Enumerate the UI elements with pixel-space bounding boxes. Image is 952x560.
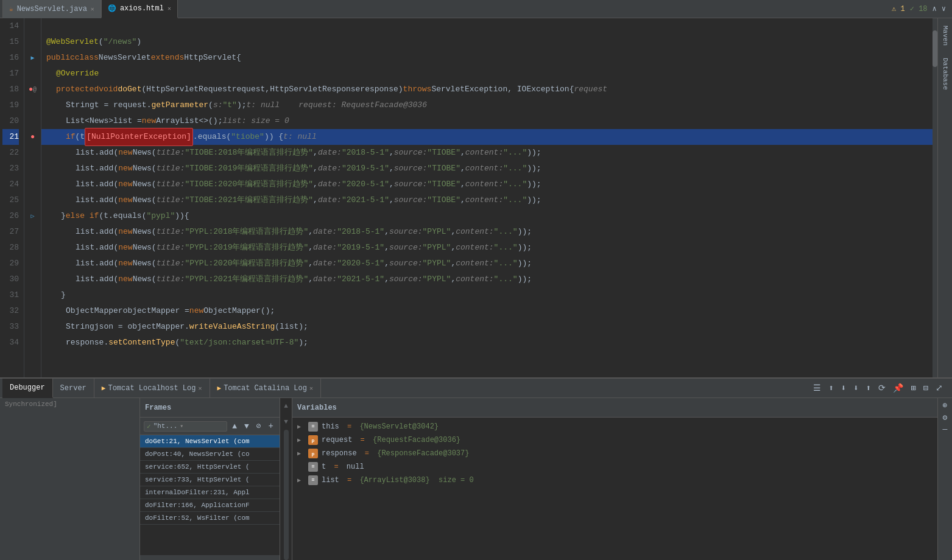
frame-item-3[interactable]: service:733, HttpServlet ( xyxy=(140,474,280,486)
line-num-24: 24 xyxy=(2,177,19,192)
var-list-type: ≡ xyxy=(308,475,318,485)
tab-tomcat-localhost-close[interactable]: ✕ xyxy=(198,385,202,392)
tab-java-close[interactable]: ✕ xyxy=(91,5,94,13)
scroll-up-btn[interactable]: ▲ xyxy=(284,398,288,414)
panel-separator: ▲ ▼ xyxy=(280,398,292,560)
var-this-type: ≡ xyxy=(308,422,318,432)
line-num-17: 17 xyxy=(2,66,19,82)
tab-tomcat-localhost[interactable]: ▶ Tomcat Localhost Log ✕ xyxy=(94,379,210,398)
annotation-17: @Override xyxy=(56,66,99,82)
debug-panel: Debugger Server ▶ Tomcat Localhost Log ✕… xyxy=(0,377,952,560)
var-request-type: p xyxy=(308,435,318,445)
line-num-34: 34 xyxy=(2,335,19,351)
debug-right-btn1[interactable]: ⊕ xyxy=(943,401,948,410)
frame-filter[interactable]: ✓ "ht... ▾ xyxy=(144,421,227,432)
code-line-24: list.add(new News( title: "TIOBE:2020年编程… xyxy=(41,177,933,192)
frame-item-5[interactable]: doFilter:166, ApplicationF xyxy=(140,499,280,512)
debug-btn-grid[interactable]: ⊟ xyxy=(922,382,930,394)
debug-btn-download[interactable]: ⬇ xyxy=(852,382,860,394)
frame-filter-btn[interactable]: ⊘ xyxy=(254,420,264,432)
scrollbar-thumb[interactable] xyxy=(933,30,937,67)
var-list-expand[interactable]: ▶ xyxy=(297,477,305,484)
editor-scrollbar[interactable] xyxy=(933,18,937,377)
frame-item-0[interactable]: doGet:21, NewsServlet (com xyxy=(140,435,280,448)
database-tab[interactable]: Database xyxy=(942,53,949,95)
tab-bar: ☕ NewsServlet.java ✕ 🌐 axios.html ✕ ⚠ 1 … xyxy=(0,0,952,18)
var-request-expand[interactable]: ▶ xyxy=(297,436,305,444)
gutter-31 xyxy=(24,287,41,303)
var-this[interactable]: ▶ ≡ this = {NewsServlet@3042} xyxy=(292,420,937,433)
gutter-28 xyxy=(24,240,41,256)
frame-item-6[interactable]: doFilter:52, WsFilter (com xyxy=(140,512,280,525)
line-num-29: 29 xyxy=(2,256,19,271)
var-list[interactable]: ▶ ≡ list = {ArrayList@3038} size = 0 xyxy=(292,474,937,487)
var-response[interactable]: ▶ p response = {ResponseFacade@3037} xyxy=(292,447,937,460)
scroll-down-btn[interactable]: ▼ xyxy=(284,414,288,430)
debug-btn-menu[interactable]: ☰ xyxy=(811,382,823,394)
tab-server[interactable]: Server xyxy=(53,379,94,398)
debug-btn-refresh[interactable]: ⟳ xyxy=(876,382,887,394)
debug-right-btn3[interactable]: — xyxy=(943,425,948,434)
debug-right-btn2[interactable]: ⚙ xyxy=(943,413,948,422)
editor-container: 14 15 16 17 18 19 20 21 22 23 24 25 26 2… xyxy=(0,18,952,377)
tab-java[interactable]: ☕ NewsServlet.java ✕ xyxy=(2,0,101,18)
debug-btn-expand[interactable]: ⤢ xyxy=(934,382,945,394)
tab-tomcat-catalina[interactable]: ▶ Tomcat Catalina Log ✕ xyxy=(210,379,321,398)
gutter-breakpoint-16[interactable]: ▶ xyxy=(30,54,34,61)
tab-html-close[interactable]: ✕ xyxy=(167,5,171,12)
gutter-19 xyxy=(24,97,41,113)
frame-filter-text: "ht... xyxy=(153,422,178,430)
frame-item-2[interactable]: service:652, HttpServlet ( xyxy=(140,461,280,474)
code-line-33: String json = objectMapper. writeValueAs… xyxy=(41,319,933,335)
kw-protected: protected xyxy=(56,82,99,97)
code-line-19: String t = request. getParameter ( s: "t… xyxy=(41,97,933,113)
code-line-21: if (t [NullPointerException] .equals( "t… xyxy=(41,129,933,145)
line-num-33: 33 xyxy=(2,319,19,335)
frames-panel: Frames ✓ "ht... ▾ ▲ ▼ ⊘ + doGet:21, News… xyxy=(140,398,280,560)
maven-tab[interactable]: Maven xyxy=(942,21,949,51)
var-list-eq: = xyxy=(343,476,356,485)
frames-hscroll[interactable] xyxy=(140,555,280,560)
frame-dropdown[interactable]: ▾ xyxy=(180,422,183,430)
tab-tomcat-catalina-close[interactable]: ✕ xyxy=(309,385,313,392)
frame-item-4[interactable]: internalDoFilter:231, Appl xyxy=(140,486,280,499)
frame-up-btn[interactable]: ▲ xyxy=(230,421,239,432)
tab-java-label: NewsServlet.java xyxy=(17,5,87,13)
var-t-eq: = xyxy=(330,463,343,471)
var-response-eq: = xyxy=(361,449,374,458)
frames-vscroll[interactable] xyxy=(284,430,289,560)
debug-btn-down[interactable]: ⬇ xyxy=(839,382,848,394)
frame-add-btn[interactable]: + xyxy=(266,421,276,431)
frame-item-1[interactable]: doPost:40, NewsServlet (co xyxy=(140,448,280,461)
var-request[interactable]: ▶ p request = {RequestFacade@3036} xyxy=(292,433,937,447)
gutter-20 xyxy=(24,113,41,129)
var-this-eq: = xyxy=(343,422,356,431)
code-line-22: list.add(new News( title: "TIOBE:2018年编程… xyxy=(41,145,933,161)
frame-down-btn[interactable]: ▼ xyxy=(242,421,252,432)
gutter-breakpoint-21[interactable]: ● xyxy=(30,133,35,141)
gutter-30 xyxy=(24,271,41,287)
var-t[interactable]: ≡ t = null xyxy=(292,460,937,474)
tab-debugger[interactable]: Debugger xyxy=(2,379,53,398)
frames-header: Frames xyxy=(140,398,280,418)
debug-btn-pin[interactable]: 📌 xyxy=(891,382,905,394)
var-response-name: response xyxy=(322,449,357,458)
gutter-32 xyxy=(24,303,41,319)
var-this-expand[interactable]: ▶ xyxy=(297,423,305,430)
var-response-expand[interactable]: ▶ xyxy=(297,450,305,457)
nav-up-btn[interactable]: ∧ xyxy=(933,4,937,13)
nav-down-btn[interactable]: ∨ xyxy=(942,4,946,13)
tab-html[interactable]: 🌐 axios.html ✕ xyxy=(101,0,178,18)
line-num-26: 26 xyxy=(2,208,19,224)
debug-btn-table[interactable]: ⊞ xyxy=(909,382,917,394)
line-num-32: 32 xyxy=(2,303,19,319)
var-list-value: {ArrayList@3038} size = 0 xyxy=(359,476,473,485)
code-area[interactable]: @WebServlet("/news") public class NewsSe… xyxy=(41,18,933,377)
debug-btn-upload[interactable]: ⬆ xyxy=(864,382,873,394)
gutter-33 xyxy=(24,319,41,335)
debug-btn-up[interactable]: ⬆ xyxy=(827,382,835,394)
tomcat-catalina-icon: ▶ xyxy=(217,384,222,392)
code-line-32: ObjectMapper objectMapper = new ObjectMa… xyxy=(41,303,933,319)
gutter-breakpoint-18[interactable]: ● xyxy=(29,85,33,94)
gutter-23 xyxy=(24,161,41,177)
